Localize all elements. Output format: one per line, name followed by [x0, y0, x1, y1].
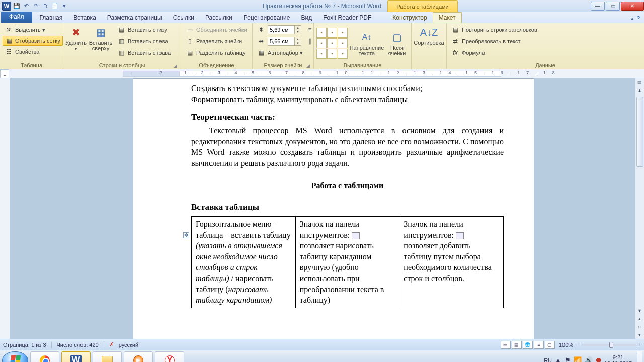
- split-cells-button[interactable]: ▯Разделить ячейки: [184, 36, 249, 47]
- show-grid-button[interactable]: ▦Отобразить сетку: [3, 36, 63, 46]
- taskbar-word[interactable]: W: [61, 351, 91, 363]
- tray-clock[interactable]: 9:2113.10.2017: [604, 354, 632, 363]
- minimize-ribbon-icon[interactable]: ▴: [631, 15, 634, 22]
- browse-object-icon[interactable]: ○: [636, 323, 644, 331]
- next-page-icon[interactable]: ▾: [636, 331, 644, 339]
- table-move-handle[interactable]: ✥: [183, 232, 189, 238]
- properties-button[interactable]: ☷Свойства: [3, 46, 63, 57]
- dialog-launcher-icon[interactable]: ◢: [174, 63, 177, 68]
- tray-lang[interactable]: RU: [544, 357, 552, 363]
- qat-more-icon[interactable]: ▾: [60, 2, 68, 10]
- page-count[interactable]: Страница: 1 из 3: [3, 342, 46, 348]
- read-mode-icon[interactable]: ▤: [512, 341, 522, 349]
- taskbar-explorer[interactable]: [93, 351, 122, 363]
- select-button[interactable]: ⤱Выделить ▾: [3, 24, 63, 35]
- tab-file[interactable]: Файл: [1, 12, 32, 23]
- repeat-headers-button[interactable]: ▤Повторить строки заголовков: [449, 24, 539, 35]
- zoom-slider[interactable]: [582, 344, 637, 346]
- height-input[interactable]: [268, 25, 295, 34]
- grid-icon: ▦: [5, 37, 13, 45]
- language[interactable]: русский: [119, 342, 138, 348]
- width-input[interactable]: [268, 37, 295, 46]
- qat-new-icon[interactable]: 🗋: [41, 2, 49, 10]
- dist-rows-icon[interactable]: ≡: [306, 26, 314, 34]
- cell-margins-button[interactable]: ▢Поля ячейки: [386, 29, 408, 57]
- convert-to-text-button[interactable]: ⇄Преобразовать в текст: [449, 36, 539, 47]
- tab-table-layout[interactable]: Макет: [433, 12, 462, 23]
- scroll-thumb[interactable]: [636, 97, 643, 167]
- insert-bottom-button[interactable]: ▤Вставить снизу: [115, 24, 173, 35]
- qat-save-icon[interactable]: 💾: [13, 2, 21, 10]
- qat-undo-icon[interactable]: ↶: [22, 2, 30, 10]
- tab-foxit[interactable]: Foxit Reader PDF: [317, 13, 377, 23]
- page[interactable]: Создавать в текстовом документе таблицы …: [133, 78, 534, 339]
- text-dir-icon: A↕: [359, 30, 374, 44]
- zoom-out-icon[interactable]: −: [577, 342, 580, 348]
- row-height-field[interactable]: ⬍▲▼≡: [255, 24, 316, 35]
- volume-icon[interactable]: 🔊: [585, 356, 593, 362]
- taskbar-chrome[interactable]: [30, 351, 59, 363]
- scroll-down-icon[interactable]: ▼: [636, 307, 644, 315]
- insert-left-button[interactable]: ▥Вставить слева: [115, 36, 173, 47]
- formula-button[interactable]: fxФормула: [449, 47, 539, 58]
- tab-layout[interactable]: Разметка страницы: [102, 13, 168, 23]
- show-desktop-button[interactable]: [637, 351, 642, 363]
- tab-references[interactable]: Ссылки: [168, 13, 200, 23]
- qat-redo-icon[interactable]: ↷: [32, 2, 40, 10]
- qat-open-icon[interactable]: 📄: [51, 2, 59, 10]
- tab-insert[interactable]: Вставка: [68, 13, 102, 23]
- zoom-in-icon[interactable]: +: [638, 342, 641, 348]
- network-icon[interactable]: 📶: [574, 356, 582, 362]
- scroll-up-icon[interactable]: ▲: [636, 86, 644, 95]
- start-button[interactable]: [2, 351, 28, 363]
- table-cell[interactable]: Горизонтальное меню – таблица – вставить…: [192, 217, 296, 308]
- delete-button[interactable]: ✖Удалить▾: [66, 24, 86, 52]
- prev-page-icon[interactable]: ▴: [636, 315, 644, 323]
- draft-icon[interactable]: ▢: [545, 341, 555, 349]
- vertical-scrollbar[interactable]: ▤ ▲ ▼ ▴ ○ ▾: [635, 78, 644, 339]
- tab-view[interactable]: Вид: [295, 13, 317, 23]
- help-icon[interactable]: ?: [637, 15, 640, 22]
- flag-icon[interactable]: ⚑: [565, 356, 571, 362]
- group-sort: A↓ZСортировка .: [412, 23, 447, 69]
- tab-review[interactable]: Рецензирование: [238, 13, 296, 23]
- split-table-button[interactable]: ▤Разделить таблицу: [184, 47, 249, 58]
- align-grid[interactable]: ▪▪▪▪▪▪▪▪▪: [316, 28, 348, 59]
- taskbar-wmp[interactable]: ▶: [124, 351, 153, 363]
- tab-design[interactable]: Конструктор: [387, 13, 432, 23]
- tab-selector[interactable]: L: [0, 69, 9, 78]
- horizontal-ruler[interactable]: L · 2 · 1 · 1·2·3·4·5·6·7·8·9·10·11·12·1…: [0, 69, 644, 78]
- tab-mailings[interactable]: Рассылки: [200, 13, 238, 23]
- maximize-button[interactable]: ▭: [606, 2, 620, 11]
- qat: W 💾 ↶ ↷ 🗋 📄 ▾: [0, 2, 68, 11]
- merge-icon: ▭: [186, 26, 194, 34]
- close-button[interactable]: ✕: [621, 2, 644, 11]
- app-icon[interactable]: W: [2, 2, 11, 11]
- minimize-button[interactable]: —: [591, 2, 605, 11]
- col-width-field[interactable]: ⬌▲▼∥: [255, 36, 316, 47]
- vertical-ruler[interactable]: [0, 78, 10, 339]
- tray-app-icon[interactable]: ⬣: [596, 356, 601, 362]
- tab-home[interactable]: Главная: [34, 13, 68, 23]
- ruler-toggle-icon[interactable]: ▤: [636, 78, 644, 86]
- autofit-button[interactable]: ▦Автоподбор ▾: [255, 47, 316, 58]
- insert-right-button[interactable]: ▥Вставить справа: [115, 47, 173, 58]
- taskbar-yandex[interactable]: Y: [155, 351, 184, 363]
- zoom-level[interactable]: 100%: [559, 342, 573, 348]
- dist-cols-icon[interactable]: ∥: [306, 37, 314, 45]
- text-direction-button[interactable]: A↕Направление текста: [352, 29, 382, 57]
- proofing-icon[interactable]: ✗: [109, 341, 114, 348]
- print-layout-icon[interactable]: ▭: [501, 341, 511, 349]
- tray-up-icon[interactable]: ▲: [555, 356, 561, 362]
- document-scroll[interactable]: Создавать в текстовом документе таблицы …: [10, 78, 635, 339]
- outline-icon[interactable]: ≡: [534, 341, 544, 349]
- table-cell[interactable]: Значок на панели инструментов: позволяет…: [399, 217, 504, 308]
- sort-button[interactable]: A↓ZСортировка: [415, 24, 444, 47]
- insert-top-button[interactable]: ▦Вставить сверху: [88, 24, 113, 52]
- word-count[interactable]: Число слов: 420: [57, 342, 99, 348]
- table-cell[interactable]: Значок на панели инструментов: позволяет…: [295, 217, 399, 308]
- document-table[interactable]: Горизонтальное меню – таблица – вставить…: [191, 216, 504, 308]
- web-layout-icon[interactable]: 🌐: [523, 341, 533, 349]
- height-icon: ⬍: [257, 26, 265, 34]
- dialog-launcher-icon[interactable]: ◢: [306, 63, 310, 68]
